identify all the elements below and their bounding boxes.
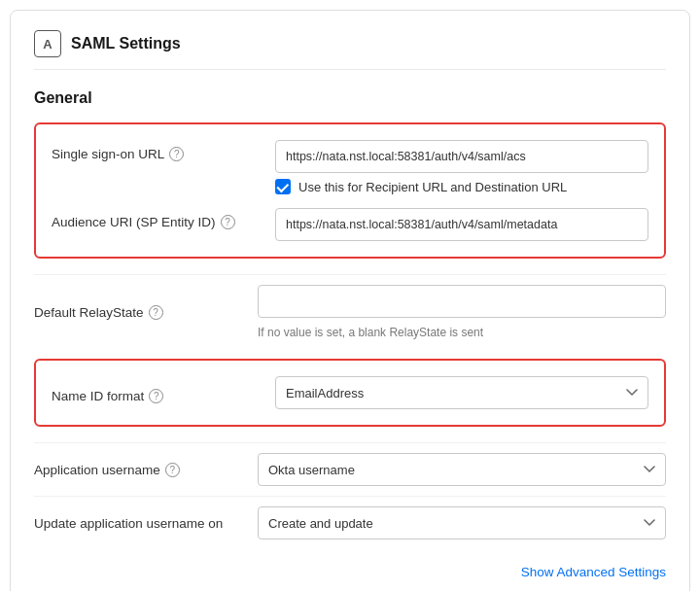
sso-audience-group: Single sign-on URL ? Use this for Recipi… xyxy=(34,122,666,259)
update-username-select[interactable]: Create and update Create only xyxy=(258,506,666,539)
app-username-label: Application username ? xyxy=(34,463,258,477)
audience-uri-label: Audience URI (SP Entity ID) ? xyxy=(52,208,275,229)
update-username-label: Update application username on xyxy=(34,516,258,531)
sso-url-label: Single sign-on URL ? xyxy=(52,140,275,161)
saml-settings-panel: A SAML Settings General Single sign-on U… xyxy=(10,10,690,591)
name-id-group: Name ID format ? Unspecified EmailAddres… xyxy=(34,359,666,427)
update-username-controls: Create and update Create only xyxy=(258,506,666,539)
sso-url-label-text: Single sign-on URL xyxy=(52,147,164,161)
recipient-url-checkbox[interactable] xyxy=(275,179,291,194)
show-advanced-settings-link[interactable]: Show Advanced Settings xyxy=(521,565,666,579)
footer: Show Advanced Settings xyxy=(34,561,666,579)
name-id-label-text: Name ID format xyxy=(52,389,144,403)
relay-state-hint: If no value is set, a blank RelayState i… xyxy=(258,326,666,339)
relay-state-help-icon[interactable]: ? xyxy=(149,305,163,320)
update-username-row: Update application username on Create an… xyxy=(34,496,666,549)
general-section-title: General xyxy=(34,89,666,107)
name-id-select[interactable]: Unspecified EmailAddress x509SubjectName… xyxy=(275,376,648,409)
sso-url-controls: Use this for Recipient URL and Destinati… xyxy=(275,140,648,194)
app-username-row: Application username ? Okta username Ema… xyxy=(34,442,666,496)
app-username-label-text: Application username xyxy=(34,463,160,477)
relay-state-label: Default RelayState ? xyxy=(34,305,258,320)
audience-uri-input[interactable] xyxy=(275,208,648,241)
recipient-url-label: Use this for Recipient URL and Destinati… xyxy=(298,180,567,194)
name-id-label: Name ID format ? xyxy=(52,382,275,403)
recipient-url-row: Use this for Recipient URL and Destinati… xyxy=(275,179,648,194)
app-icon: A xyxy=(34,30,61,57)
relay-state-row: Default RelayState ? If no value is set,… xyxy=(34,274,666,349)
sso-url-input[interactable] xyxy=(275,140,648,173)
name-id-row: Name ID format ? Unspecified EmailAddres… xyxy=(52,376,648,409)
app-username-select[interactable]: Okta username Email Custom xyxy=(258,453,666,486)
audience-uri-controls xyxy=(275,208,648,241)
audience-uri-help-icon[interactable]: ? xyxy=(221,215,235,229)
sso-url-help-icon[interactable]: ? xyxy=(169,147,184,161)
panel-title: SAML Settings xyxy=(71,35,181,52)
audience-uri-label-text: Audience URI (SP Entity ID) xyxy=(52,215,216,229)
relay-state-input[interactable] xyxy=(258,285,666,318)
name-id-controls: Unspecified EmailAddress x509SubjectName… xyxy=(275,376,648,409)
name-id-help-icon[interactable]: ? xyxy=(149,389,163,403)
sso-url-row: Single sign-on URL ? Use this for Recipi… xyxy=(52,140,648,194)
app-username-controls: Okta username Email Custom xyxy=(258,453,666,486)
panel-header: A SAML Settings xyxy=(34,30,666,70)
audience-uri-row: Audience URI (SP Entity ID) ? xyxy=(52,208,648,241)
update-username-label-text: Update application username on xyxy=(34,516,223,531)
relay-state-label-text: Default RelayState xyxy=(34,305,144,320)
app-username-help-icon[interactable]: ? xyxy=(165,463,180,477)
relay-state-controls: If no value is set, a blank RelayState i… xyxy=(258,285,666,339)
